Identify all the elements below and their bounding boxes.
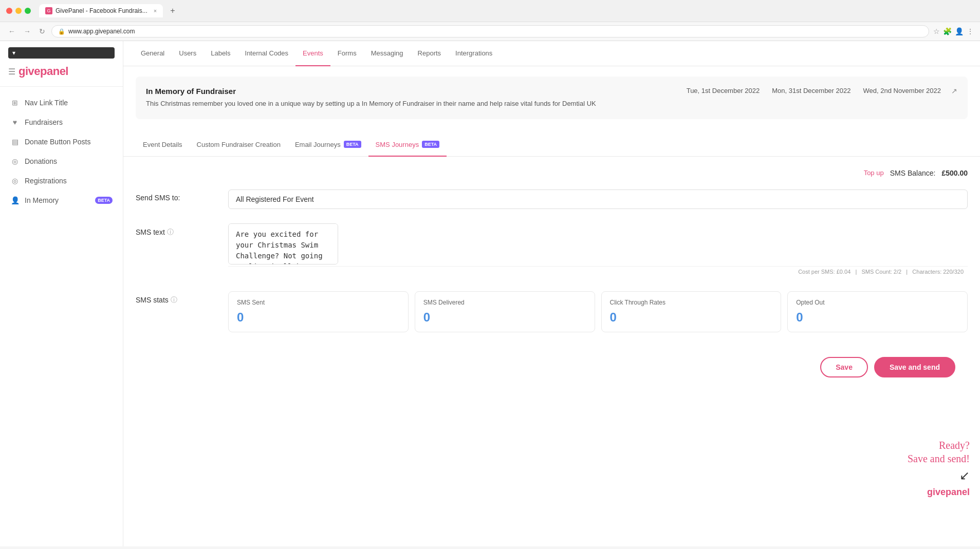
sms-text-input[interactable] bbox=[228, 223, 338, 264]
sms-journeys-badge: BETA bbox=[422, 141, 439, 148]
sidebar-nav: ⊞ Nav Link Title ♥ Fundraisers ▤ Donate … bbox=[0, 87, 123, 546]
stat-opted-out-label: Opted Out bbox=[796, 299, 959, 306]
sms-section: Top up SMS Balance: £500.00 Send SMS to:… bbox=[123, 157, 980, 400]
tab-internal-codes[interactable]: Internal Codes bbox=[238, 41, 296, 66]
stat-sms-delivered-value: 0 bbox=[423, 310, 586, 325]
stat-card-click-through-rates: Click Through Rates 0 bbox=[601, 291, 782, 332]
sub-tab-email-journeys[interactable]: Email Journeys BETA bbox=[288, 134, 368, 157]
close-dot[interactable] bbox=[6, 8, 12, 14]
event-info: In Memory of Fundraiser This Christmas r… bbox=[146, 87, 676, 109]
event-title: In Memory of Fundraiser bbox=[146, 87, 676, 96]
org-selector[interactable]: ▾ bbox=[8, 47, 115, 59]
tab-messaging[interactable]: Messaging bbox=[364, 41, 411, 66]
sms-stats-row: SMS stats ⓘ SMS Sent 0 SMS Delivered 0 C… bbox=[136, 291, 968, 332]
sms-text-info-icon[interactable]: ⓘ bbox=[167, 228, 174, 237]
sidebar-logo: ☰ givepanel bbox=[8, 63, 115, 80]
new-tab-button[interactable]: + bbox=[170, 6, 175, 15]
logo-text: givepanel bbox=[19, 65, 68, 78]
browser-tab[interactable]: G GivePanel - Facebook Fundrais... × bbox=[39, 4, 163, 17]
stat-sms-sent-label: SMS Sent bbox=[237, 299, 400, 306]
tab-general[interactable]: General bbox=[134, 41, 172, 66]
fundraisers-icon: ♥ bbox=[10, 118, 20, 127]
sub-tab-email-journeys-label: Email Journeys bbox=[295, 141, 341, 148]
send-sms-to-input[interactable] bbox=[228, 190, 968, 209]
maximize-dot[interactable] bbox=[25, 8, 31, 14]
sidebar-logo-area: ▾ ☰ givepanel bbox=[0, 41, 123, 87]
sub-tabs: Event Details Custom Fundraiser Creation… bbox=[123, 134, 980, 157]
promo-brand: givepanel bbox=[908, 487, 970, 498]
minimize-dot[interactable] bbox=[15, 8, 22, 14]
menu-icon[interactable]: ⋮ bbox=[967, 27, 974, 35]
back-button[interactable]: ← bbox=[6, 26, 17, 36]
save-and-send-button[interactable]: Save and send bbox=[874, 357, 955, 377]
action-row: Save Save and send bbox=[136, 347, 968, 388]
sms-balance-label: SMS Balance: bbox=[890, 169, 936, 177]
star-icon[interactable]: ☆ bbox=[933, 27, 940, 35]
event-date-1: Tue, 1st December 2022 bbox=[687, 87, 760, 94]
sms-stats-grid: SMS Sent 0 SMS Delivered 0 Click Through… bbox=[228, 291, 968, 332]
sub-tab-event-details[interactable]: Event Details bbox=[136, 134, 190, 157]
donate-button-posts-icon: ▤ bbox=[10, 137, 20, 146]
stat-opted-out-value: 0 bbox=[796, 310, 959, 325]
address-bar[interactable]: 🔒 www.app.givepanel.com bbox=[51, 25, 929, 37]
save-button[interactable]: Save bbox=[820, 357, 868, 377]
tab-users[interactable]: Users bbox=[172, 41, 204, 66]
browser-dots bbox=[6, 8, 31, 14]
reload-button[interactable]: ↻ bbox=[37, 26, 47, 36]
sms-text-wrapper: Cost per SMS: £0.04 | SMS Count: 2/2 | C… bbox=[228, 223, 968, 277]
tab-close-button[interactable]: × bbox=[154, 8, 157, 14]
address-url: www.app.givepanel.com bbox=[68, 28, 135, 35]
browser-nav-icons: ☆ 🧩 👤 ⋮ bbox=[933, 27, 974, 35]
sidebar-item-donations[interactable]: ◎ Donations bbox=[0, 152, 123, 171]
hamburger-icon[interactable]: ☰ bbox=[8, 67, 15, 77]
tab-labels[interactable]: Labels bbox=[204, 41, 237, 66]
send-sms-to-label: Send SMS to: bbox=[136, 190, 218, 202]
top-nav: General Users Labels Internal Codes Even… bbox=[123, 41, 980, 66]
promo-text: Ready? Save and send! bbox=[908, 439, 970, 465]
forward-button[interactable]: → bbox=[22, 26, 33, 36]
registrations-icon: ◎ bbox=[10, 176, 20, 185]
in-memory-badge: BETA bbox=[95, 197, 113, 204]
sidebar-item-fundraisers[interactable]: ♥ Fundraisers bbox=[0, 112, 123, 132]
sub-tab-custom-fundraiser-creation[interactable]: Custom Fundraiser Creation bbox=[190, 134, 288, 157]
sms-stats-label: SMS stats ⓘ bbox=[136, 291, 218, 305]
promo-arrow-icon: ↙ bbox=[908, 468, 970, 483]
stat-card-sms-sent: SMS Sent 0 bbox=[228, 291, 409, 332]
sidebar-nav-link-title-label: Nav Link Title bbox=[25, 99, 113, 107]
tab-reports[interactable]: Reports bbox=[411, 41, 449, 66]
sidebar-donate-button-posts-label: Donate Button Posts bbox=[25, 138, 113, 146]
sub-tab-sms-journeys-label: SMS Journeys bbox=[376, 141, 419, 148]
profile-icon[interactable]: 👤 bbox=[955, 27, 964, 35]
promo-line2: Save and send! bbox=[908, 453, 970, 464]
sidebar-fundraisers-label: Fundraisers bbox=[25, 118, 113, 126]
email-journeys-badge: BETA bbox=[344, 141, 361, 148]
sub-tab-custom-fundraiser-creation-label: Custom Fundraiser Creation bbox=[197, 141, 281, 148]
sidebar-item-donate-button-posts[interactable]: ▤ Donate Button Posts bbox=[0, 132, 123, 152]
sidebar-in-memory-label: In Memory bbox=[25, 196, 90, 204]
sms-stats-info-icon[interactable]: ⓘ bbox=[171, 295, 177, 305]
sub-tab-event-details-label: Event Details bbox=[143, 141, 182, 148]
sms-text-label: SMS text ⓘ bbox=[136, 223, 218, 237]
sidebar-item-nav-link-title[interactable]: ⊞ Nav Link Title bbox=[0, 93, 123, 112]
address-lock-icon: 🔒 bbox=[58, 28, 65, 35]
event-card: In Memory of Fundraiser This Christmas r… bbox=[136, 77, 968, 119]
tab-integrations[interactable]: Intergrations bbox=[448, 41, 500, 66]
sidebar-item-registrations[interactable]: ◎ Registrations bbox=[0, 171, 123, 191]
tab-events[interactable]: Events bbox=[295, 41, 330, 66]
sidebar-item-in-memory[interactable]: 👤 In Memory BETA bbox=[0, 191, 123, 210]
stat-card-sms-delivered: SMS Delivered 0 bbox=[415, 291, 595, 332]
event-section: In Memory of Fundraiser This Christmas r… bbox=[123, 66, 980, 129]
extensions-icon[interactable]: 🧩 bbox=[943, 27, 952, 35]
event-date-2: Mon, 31st December 2022 bbox=[772, 87, 850, 94]
cost-per-sms: Cost per SMS: £0.04 bbox=[798, 269, 850, 275]
event-external-link-icon[interactable]: ↗ bbox=[951, 87, 957, 95]
tab-forms[interactable]: Forms bbox=[330, 41, 364, 66]
org-selector-chevron: ▾ bbox=[12, 49, 15, 56]
tab-favicon: G bbox=[45, 7, 52, 14]
top-up-link[interactable]: Top up bbox=[864, 169, 884, 177]
sub-tab-sms-journeys[interactable]: SMS Journeys BETA bbox=[368, 134, 447, 157]
browser-chrome: G GivePanel - Facebook Fundrais... × + ←… bbox=[0, 0, 980, 41]
browser-nav: ← → ↻ 🔒 www.app.givepanel.com ☆ 🧩 👤 ⋮ bbox=[0, 22, 980, 41]
sidebar: ▾ ☰ givepanel ⊞ Nav Link Title ♥ Fundrai… bbox=[0, 41, 123, 546]
tab-title: GivePanel - Facebook Fundrais... bbox=[56, 7, 147, 14]
